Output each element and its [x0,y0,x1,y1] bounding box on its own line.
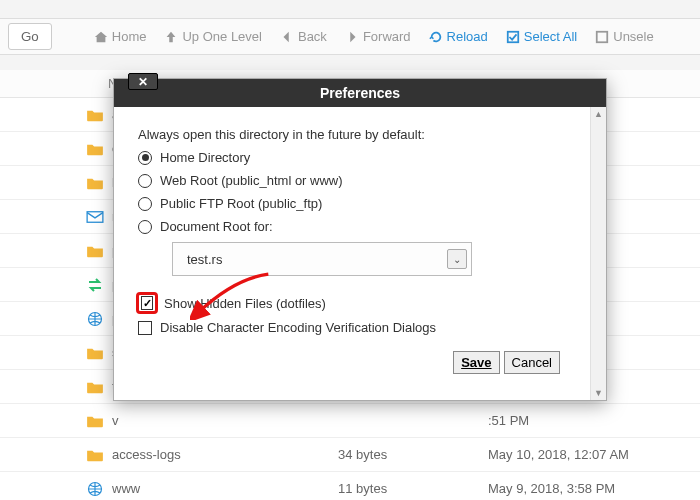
up-arrow-icon [164,30,178,44]
radio-icon [138,220,152,234]
file-size [330,415,480,427]
chevron-down-icon: ⌄ [447,249,467,269]
dialog-body: ▲ ▼ Always open this directory in the fu… [114,107,606,400]
reload-icon [429,30,443,44]
back-button[interactable]: Back [274,25,333,48]
up-one-level-button[interactable]: Up One Level [158,25,268,48]
up-label: Up One Level [182,29,262,44]
radio-public-ftp-root[interactable]: Public FTP Root (public_ftp) [138,196,582,211]
dialog-scrollbar[interactable]: ▲ ▼ [590,107,606,400]
folder-icon [86,176,104,190]
select-all-icon [506,30,520,44]
file-name: www [112,481,140,496]
swap-icon [86,278,104,292]
dialog-title-bar: ✕ Preferences [114,79,606,107]
select-all-label: Select All [524,29,577,44]
globe-icon [86,312,104,326]
checkbox-label: Disable Character Encoding Verification … [160,320,436,335]
home-button[interactable]: Home [88,25,153,48]
radio-home-directory[interactable]: Home Directory [138,150,582,165]
folder-icon [86,142,104,156]
unselect-label: Unsele [613,29,653,44]
forward-label: Forward [363,29,411,44]
forward-arrow-icon [345,30,359,44]
dialog-footer: Save Cancel [138,343,582,386]
folder-icon [86,346,104,360]
dialog-close-button[interactable]: ✕ [128,73,158,90]
mail-icon [86,210,104,224]
folder-icon [86,380,104,394]
table-row[interactable]: access-logs34 bytesMay 10, 2018, 12:07 A… [0,438,700,472]
table-row[interactable]: www11 bytesMay 9, 2018, 3:58 PM [0,472,700,500]
checkbox-label: Show Hidden Files (dotfiles) [164,296,326,311]
select-value: test.rs [187,252,222,267]
select-all-button[interactable]: Select All [500,25,583,48]
checkbox-icon [141,296,153,310]
radio-web-root[interactable]: Web Root (public_html or www) [138,173,582,188]
file-modified: :51 PM [480,407,700,434]
home-icon [94,30,108,44]
unselect-button[interactable]: Unsele [589,25,659,48]
radio-icon [138,174,152,188]
show-hidden-files-checkbox[interactable]: Show Hidden Files (dotfiles) [138,294,582,312]
svg-rect-1 [597,31,608,42]
back-arrow-icon [280,30,294,44]
cancel-button[interactable]: Cancel [504,351,560,374]
radio-icon [138,151,152,165]
scroll-down-icon: ▼ [594,386,603,400]
radio-document-root[interactable]: Document Root for: [138,219,582,234]
checkbox-icon [138,321,152,335]
home-label: Home [112,29,147,44]
back-label: Back [298,29,327,44]
file-modified: May 10, 2018, 12:07 AM [480,441,700,468]
radio-label: Web Root (public_html or www) [160,173,343,188]
folder-icon [86,244,104,258]
unselect-icon [595,30,609,44]
disable-encoding-checkbox[interactable]: Disable Character Encoding Verification … [138,320,582,335]
radio-label: Public FTP Root (public_ftp) [160,196,322,211]
reload-label: Reload [447,29,488,44]
toolbar: Go Home Up One Level Back Forward Reload… [0,18,700,55]
file-name: access-logs [112,447,181,462]
file-name: v [112,413,119,428]
reload-button[interactable]: Reload [423,25,494,48]
svg-rect-2 [87,211,103,222]
dialog-title: Preferences [320,85,400,101]
radio-label: Home Directory [160,150,250,165]
radio-label: Document Root for: [160,219,273,234]
file-size: 11 bytes [330,475,480,500]
file-size: 34 bytes [330,441,480,468]
annotation-highlight [136,292,158,314]
globe-icon [86,482,104,496]
go-button[interactable]: Go [8,23,52,50]
file-modified: May 9, 2018, 3:58 PM [480,475,700,500]
forward-button[interactable]: Forward [339,25,417,48]
svg-rect-0 [508,31,519,42]
radio-icon [138,197,152,211]
dialog-intro-text: Always open this directory in the future… [138,127,582,142]
document-root-select[interactable]: test.rs ⌄ [172,242,472,276]
preferences-dialog: ✕ Preferences ▲ ▼ Always open this direc… [113,78,607,401]
scroll-up-icon: ▲ [594,107,603,121]
folder-icon [86,448,104,462]
save-button[interactable]: Save [453,351,499,374]
table-row[interactable]: v:51 PM [0,404,700,438]
folder-icon [86,108,104,122]
folder-icon [86,414,104,428]
